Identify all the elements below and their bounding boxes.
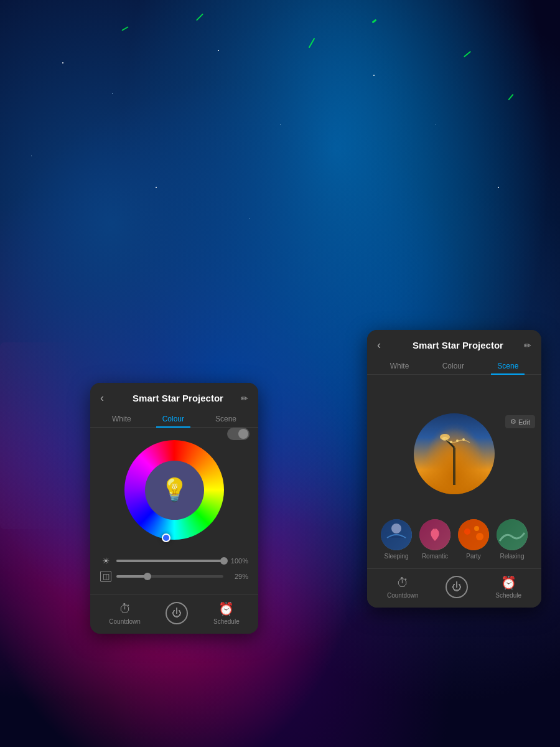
right-panel: ‹ Smart Star Projector ✏ White Colour Sc… (367, 330, 541, 608)
right-panel-bottom-nav: ⏱ Countdown ⏻ ⏰ Schedule (367, 568, 541, 608)
color-picker-dot[interactable] (162, 533, 170, 542)
scene-image-inner (414, 413, 495, 494)
sliders-section: ☀ 100% ◫ 29% (90, 546, 258, 594)
countdown-icon-left: ⏱ (119, 602, 131, 616)
right-nav-countdown[interactable]: ⏱ Countdown (387, 576, 419, 599)
power-icon-right: ⏻ (446, 576, 468, 598)
svg-point-11 (474, 526, 479, 531)
scene-thumb-relaxing[interactable]: Relaxing (497, 519, 528, 560)
right-panel-back-button[interactable]: ‹ (377, 339, 392, 352)
room-left-decor (0, 342, 75, 529)
tab-colour-right[interactable]: Colour (436, 358, 470, 374)
speed-icon: ◫ (100, 571, 111, 582)
speed-fill (116, 575, 147, 578)
romantic-thumb-img (419, 519, 450, 550)
countdown-icon-right: ⏱ (396, 576, 409, 590)
svg-point-10 (464, 529, 470, 535)
speed-slider-row: ◫ 29% (100, 571, 248, 582)
main-scene-container (367, 395, 541, 513)
brightness-track[interactable] (116, 560, 223, 562)
main-scene-image[interactable] (414, 413, 495, 494)
sleeping-svg (381, 519, 412, 550)
schedule-label-right: Schedule (495, 592, 521, 599)
schedule-icon-left: ⏰ (218, 601, 234, 616)
power-icon-left: ⏻ (166, 602, 188, 624)
right-nav-schedule[interactable]: ⏰ Schedule (495, 575, 521, 599)
color-wheel-container: 💡 (90, 428, 258, 546)
countdown-label-left: Countdown (109, 618, 141, 625)
brightness-thumb[interactable] (220, 557, 228, 565)
edit-icon: ⚙ (510, 418, 516, 426)
left-panel-title: Smart Star Projector (115, 393, 241, 403)
svg-point-9 (458, 519, 489, 550)
speed-value: 29% (228, 573, 248, 580)
lamp-post-svg (436, 423, 473, 485)
countdown-label-right: Countdown (387, 592, 419, 599)
relaxing-thumb-img (497, 519, 528, 550)
party-thumb-img (458, 519, 489, 550)
schedule-icon-right: ⏰ (501, 575, 516, 590)
svg-point-7 (391, 524, 401, 533)
left-panel-bottom-nav: ⏱ Countdown ⏻ ⏰ Schedule (90, 594, 258, 634)
scene-thumb-party[interactable]: Party (458, 519, 489, 560)
svg-point-5 (462, 438, 465, 441)
left-nav-power[interactable]: ⏻ (166, 602, 188, 624)
bulb-icon: 💡 (161, 477, 189, 503)
brightness-icon: ☀ (100, 556, 111, 566)
svg-point-3 (450, 441, 452, 443)
relaxing-svg (497, 519, 528, 550)
tab-white-left[interactable]: White (106, 411, 138, 427)
right-panel-tabs: White Colour Scene (367, 358, 541, 375)
left-panel: ‹ Smart Star Projector ✏ White Colour Sc… (90, 383, 258, 634)
left-panel-back-button[interactable]: ‹ (100, 392, 115, 405)
romantic-label: Romantic (422, 553, 448, 560)
color-wheel[interactable]: 💡 (124, 440, 224, 540)
svg-rect-0 (453, 448, 455, 485)
tab-scene-right[interactable]: Scene (491, 358, 525, 374)
left-panel-header: ‹ Smart Star Projector ✏ (90, 383, 258, 411)
left-panel-tabs: White Colour Scene (90, 411, 258, 428)
speed-track[interactable] (116, 575, 223, 578)
relaxing-label: Relaxing (500, 553, 525, 560)
right-panel-title: Smart Star Projector (392, 340, 524, 350)
left-nav-schedule[interactable]: ⏰ Schedule (213, 601, 240, 625)
scene-edit-button[interactable]: ⚙ Edit (505, 415, 535, 428)
left-nav-countdown[interactable]: ⏱ Countdown (109, 602, 141, 625)
brightness-value: 100% (228, 557, 248, 565)
party-svg (458, 519, 489, 550)
sleeping-label: Sleeping (385, 553, 409, 560)
edit-btn-container: ⚙ Edit (367, 375, 541, 395)
svg-point-4 (456, 439, 459, 442)
right-panel-header: ‹ Smart Star Projector ✏ (367, 330, 541, 358)
sleeping-thumb-img (381, 519, 412, 550)
scene-thumb-romantic[interactable]: Romantic (419, 519, 450, 560)
tab-white-right[interactable]: White (384, 358, 416, 374)
schedule-label-left: Schedule (213, 618, 240, 625)
svg-point-12 (476, 533, 483, 540)
speed-thumb[interactable] (144, 573, 151, 580)
left-panel-edit-icon[interactable]: ✏ (241, 393, 248, 403)
right-panel-edit-icon[interactable]: ✏ (524, 341, 531, 350)
tab-scene-left[interactable]: Scene (209, 411, 243, 427)
scene-thumb-sleeping[interactable]: Sleeping (381, 519, 412, 560)
party-label: Party (466, 553, 480, 560)
brightness-fill (116, 560, 223, 562)
color-wheel-outer: 💡 (124, 440, 224, 540)
color-wheel-center: 💡 (145, 461, 204, 520)
edit-label: Edit (518, 418, 530, 426)
right-nav-power[interactable]: ⏻ (446, 576, 468, 598)
romantic-svg (419, 519, 450, 550)
brightness-slider-row: ☀ 100% (100, 556, 248, 566)
scene-thumbnails: Sleeping Romantic Party (367, 513, 541, 568)
tab-colour-left[interactable]: Colour (156, 411, 190, 427)
